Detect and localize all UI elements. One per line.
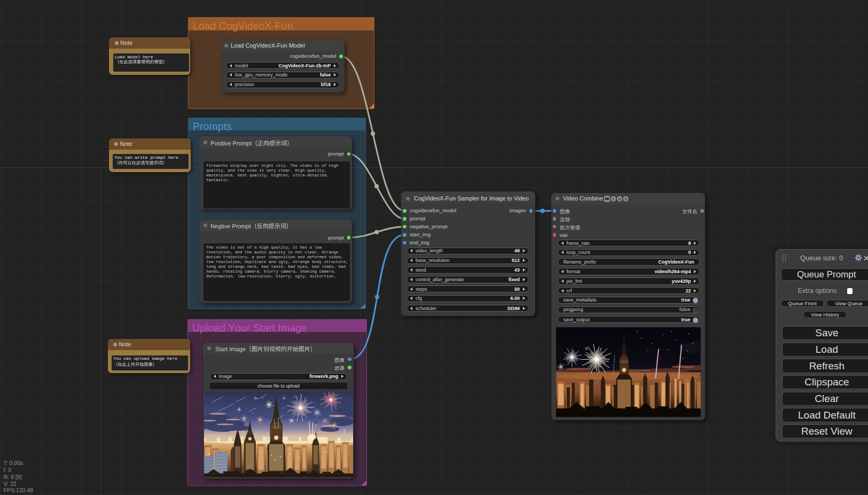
svg-text:S: S xyxy=(624,197,627,200)
svg-text:V: V xyxy=(612,197,615,200)
svg-text:H: H xyxy=(618,197,621,200)
